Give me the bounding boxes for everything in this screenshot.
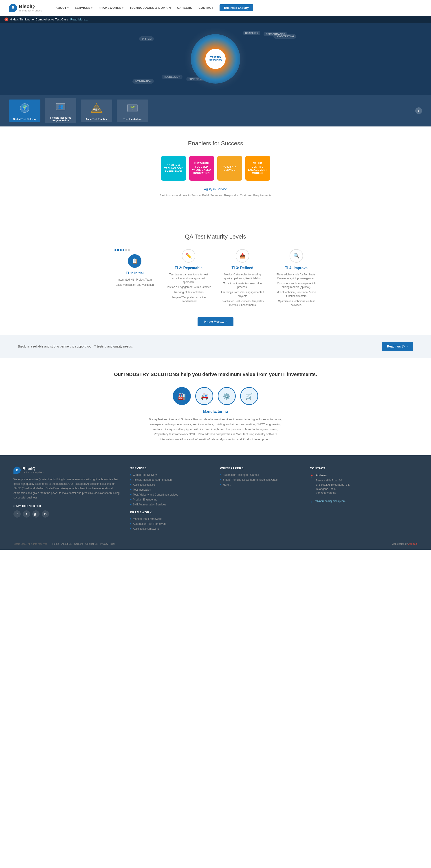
dot-6 (128, 249, 130, 251)
ticker-read-more-link[interactable]: Read More... (70, 18, 88, 21)
enablers-desc: Fast turn around time to Source, Build, … (9, 194, 422, 197)
dot-1 (114, 249, 116, 251)
footer-service-1[interactable]: Flexible Resource Augmentation (130, 478, 211, 482)
slide-next-button[interactable]: › (415, 107, 422, 114)
qa-icon-tl4: 🔍 (290, 249, 303, 262)
footer-service-0[interactable]: Global Test Delivery (130, 473, 211, 476)
enabler-card-3[interactable]: Value Centric Engagement Models (245, 156, 270, 181)
enablers-title: Enablers for Success (9, 140, 422, 147)
footer-email-value[interactable]: rabindranath@bisolq.com (315, 500, 345, 503)
footer-link-contact[interactable]: Contact Us (85, 542, 97, 545)
footer-twitter-icon[interactable]: t (23, 510, 30, 518)
footer-framework-2[interactable]: Agile Test Framework (130, 527, 211, 530)
footer-service-4[interactable]: Test Advisory and Consulting services (130, 493, 211, 496)
footer-contact-col: CONTACT 📍 Address: Banjara Hills Road 10… (310, 467, 418, 532)
footer-email-icon: ✈ (310, 500, 312, 504)
qa-level-title-tl2: TL2: Repeatable (166, 266, 211, 270)
reach-arrow-icon: › (406, 345, 408, 348)
logo-sub: Techno Enterprises (19, 9, 42, 12)
qa-item-tl4-3: Optimization techniques in test activiti… (274, 300, 319, 307)
industry-icons: 🏭 🚑 ⚙️ 🛒 (18, 387, 413, 405)
qa-item-tl3-2: Learnings from Past engagements / projec… (220, 290, 265, 298)
nav-cta-button[interactable]: Business Enquiry (220, 4, 253, 11)
footer-social-icons: f t g+ in (13, 510, 121, 518)
footer-link-careers[interactable]: Careers (74, 542, 83, 545)
footer-address-label: Address: (316, 473, 350, 477)
industry-icon-retail[interactable]: 🛒 (240, 387, 258, 405)
footer-whitepaper-0[interactable]: Automation Testing for Games (220, 473, 301, 476)
section-divider (18, 215, 413, 215)
industry-section: Our INDUSTRY SOLUTIONS help you derive m… (0, 358, 431, 455)
footer-facebook-icon[interactable]: f (13, 510, 21, 518)
footer-framework-1[interactable]: Automation Test Framework (130, 522, 211, 525)
agility-link[interactable]: Agility in Service (9, 187, 422, 191)
nav-contact[interactable]: CONTACT (198, 6, 213, 9)
footer-framework-col: FRAMEWORK Manual Test Framework Automati… (130, 510, 211, 530)
qa-item-tl4-2: Mix of technical, functional & non funct… (274, 290, 319, 298)
qa-levels: 📋 TL1: Initial Integrated with Project T… (9, 249, 422, 308)
footer: B BisolQ Techno Enterprises We Apply Inn… (0, 455, 431, 550)
slide-thumb-1: 👥 (45, 98, 76, 115)
enablers-grid: Domain & Technology Experience Customer … (9, 156, 422, 181)
logo[interactable]: B BisolQ Techno Enterprises (9, 4, 42, 12)
enabler-card-1[interactable]: Customer Focused Value Based Innovation (189, 156, 214, 181)
qa-level-tl3: 📤 TL3: Defined Metrics & strategies for … (220, 249, 265, 308)
footer-logo: B BisolQ Techno Enterprises (13, 467, 121, 474)
footer-framework-0[interactable]: Manual Test Framework (130, 517, 211, 521)
footer-service-5[interactable]: Product Engineering (130, 498, 211, 501)
enabler-card-2[interactable]: Agility in Service (217, 156, 242, 181)
slide-thumb-0: 🌍 (9, 99, 40, 116)
qa-section: QA Test Maturity Levels 📋 TL1: Initial I… (0, 224, 431, 335)
footer-link-privacy[interactable]: Privacy Policy (100, 542, 115, 545)
ticker-close-button[interactable]: ✕ (4, 18, 8, 21)
footer-link-home[interactable]: Home (52, 542, 59, 545)
slide-label-3: Test Incubation (117, 116, 148, 122)
navbar: B BisolQ Techno Enterprises ABOUT SERVIC… (0, 0, 431, 16)
slide-item-0[interactable]: 🌍 Global Test Delivery (9, 99, 40, 122)
qa-item-tl4-1: Customer centric engagement & pricing mo… (274, 282, 319, 289)
footer-logo-brand: BisolQ (23, 467, 35, 471)
footer-service-3[interactable]: Test Incubation (130, 488, 211, 491)
logo-text: BisolQ Techno Enterprises (19, 4, 42, 12)
footer-copyright: Bisolq 2015. All rights reserved. | Home… (13, 542, 116, 545)
footer-whitepaper-2[interactable]: More... (220, 483, 301, 486)
qa-item-tl2-1: Test as a Engagement with customer (166, 285, 211, 289)
slide-thumb-3: 🌱 (117, 99, 148, 116)
nav-tech-domain[interactable]: TECHNOLOGIES & DOMAIN (130, 6, 171, 9)
footer-gplus-icon[interactable]: g+ (32, 510, 39, 518)
reach-us-button[interactable]: Reach us @ › (382, 342, 413, 351)
label-regression: REGRESSION (162, 74, 183, 79)
industry-title: Our INDUSTRY SOLUTIONS help you derive m… (18, 371, 413, 378)
dot-4 (123, 249, 124, 251)
footer-whitepapers-title: WHITEPAPERS (220, 467, 301, 470)
svg-text:🌱: 🌱 (130, 105, 135, 110)
enabler-card-0[interactable]: Domain & Technology Experience (161, 156, 186, 181)
industry-icon-manufacturing[interactable]: 🏭 (173, 387, 191, 405)
footer-service-6[interactable]: Skill Augmentation Services (130, 503, 211, 506)
footer-whitepaper-1[interactable]: 6 Hats Thinking for Comprehensive Test C… (220, 478, 301, 482)
nav-links: ABOUT SERVICES FRAMEWORKS TECHNOLOGIES &… (56, 4, 422, 11)
slide-item-3[interactable]: 🌱 Test Incubation (117, 99, 148, 122)
wheel-label: TESTINGSERVICES (209, 56, 222, 62)
footer-link-about[interactable]: About Us (62, 542, 72, 545)
nav-about[interactable]: ABOUT (56, 6, 69, 9)
industry-icon-engineering[interactable]: ⚙️ (218, 387, 236, 405)
hero-slides: 🌍 Global Test Delivery 👥 Flexible Resour… (0, 95, 431, 126)
slide-item-2[interactable]: Agile Agile Test Practice (81, 99, 112, 122)
nav-careers[interactable]: CAREERS (177, 6, 192, 9)
label-usability: USABILITY (243, 31, 260, 35)
footer-about-desc: We Apply Innovative Quotient for buildin… (13, 477, 121, 500)
hero-floating-labels: SYSTEM PERFORMANCE INTEGRATION REGRESSIO… (126, 30, 305, 88)
footer-whitepapers-col: WHITEPAPERS Automation Testing for Games… (220, 467, 301, 532)
label-system: SYSTEM (139, 36, 154, 41)
industry-icon-healthcare[interactable]: 🚑 (195, 387, 213, 405)
know-more-button[interactable]: Know More... › (198, 317, 233, 326)
footer-linkedin-icon[interactable]: in (42, 510, 49, 518)
nav-services[interactable]: SERVICES (75, 6, 92, 9)
footer-service-2[interactable]: Agile Test Practice (130, 483, 211, 486)
slide-item-1[interactable]: 👥 Flexible Resource Augmentation (45, 98, 76, 123)
slide-label-0: Global Test Delivery (9, 116, 40, 122)
footer-logo-icon: B (13, 467, 21, 474)
qa-item-tl3-0: Metrics & strategies for moving quality … (220, 273, 265, 280)
nav-frameworks[interactable]: FRAMEWORKS (99, 6, 123, 9)
